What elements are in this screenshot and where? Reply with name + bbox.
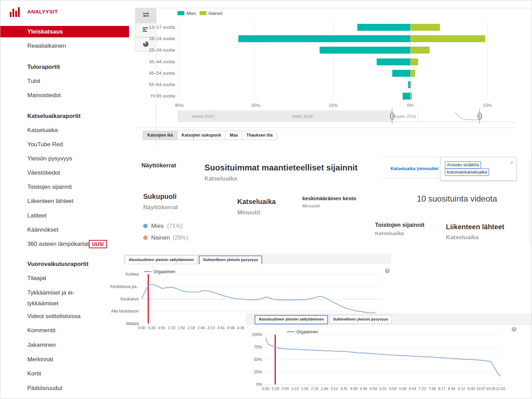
tab-tilauksen-tila[interactable]: Tilauksen tila [242, 131, 277, 140]
tab-katsojien-ik-[interactable]: Katsojien ikä [143, 131, 177, 140]
x-axis-label: 4:36 [237, 326, 244, 330]
x-axis-label: 9:12 [458, 387, 465, 391]
bar-mies[interactable] [357, 24, 410, 31]
legend-label-mies: Mies [186, 11, 196, 16]
x-axis-tick: 0% [407, 103, 414, 108]
gender-pct-mies: (71%) [167, 223, 183, 230]
x-axis-label: 4:36 [360, 387, 367, 391]
geo-tile-subtitle: Katseluaika [204, 175, 237, 182]
category-label: 13–17 vuotta [134, 25, 175, 30]
sidebar-item-kortit[interactable]: Kortit [0, 368, 129, 379]
x-axis-label: 1:23 [168, 326, 175, 330]
x-gridline [487, 20, 488, 101]
sidebar-item-v-est-tiedot[interactable]: Väestötiedot [0, 167, 129, 178]
timeline-month-label: maalis 2018 [392, 114, 416, 119]
y-axis-label: Alle keskitason [104, 309, 139, 314]
sidebar-item-yleis-n-pysyvyys[interactable]: Yleisön pysyvyys [0, 153, 129, 164]
x-axis-label: 10:35 [486, 387, 496, 391]
watchtime-minutes-link[interactable]: Katseluaika (minuutteina) [391, 166, 445, 171]
x-axis-label: 3:13 [330, 387, 338, 391]
x-axis-label: 3:13 [207, 326, 214, 330]
bar-nainen[interactable] [411, 81, 411, 88]
x-axis-label: 3:41 [217, 326, 224, 330]
tooltip-text-line1: Arvioitu sisältösi [445, 161, 481, 169]
sidebar-item-liikenteen-l-hteet[interactable]: Liikenteen lähteet [0, 196, 129, 206]
y-axis-label: Matala [104, 321, 139, 326]
sidebar-item-youtube-red[interactable]: YouTube Red [0, 139, 129, 150]
legend-swatch-nainen [200, 11, 207, 15]
bar-nainen[interactable] [411, 58, 418, 65]
bar-nainen[interactable] [411, 70, 415, 77]
x-axis-label: 0:00 [262, 387, 269, 391]
bar-mies[interactable] [320, 47, 410, 54]
x-axis-label: 7:49 [428, 387, 435, 391]
bar-mies[interactable] [392, 70, 410, 77]
gender-label-nainen: Nainen [151, 234, 170, 241]
bar-nainen[interactable] [411, 93, 412, 100]
help-icon[interactable]: ? [385, 268, 390, 273]
x-axis-label: 6:26 [399, 387, 406, 391]
x-axis-label: 8:17 [438, 387, 446, 391]
sidebar-item-kommentit[interactable]: Kommentit [0, 325, 129, 336]
tab-suhteellinen-yleis-n-pysyvyys[interactable]: Suhteellinen yleisön pysyvyys [199, 256, 262, 265]
y-axis-label: 100% [228, 332, 262, 337]
x-axis-label: 0:55 [158, 326, 165, 330]
tab-suhteellinen-yleis-n-pysyvyys[interactable]: Suhteellinen yleisön pysyvyys [329, 315, 392, 324]
sidebar-item-katseluaika[interactable]: Katseluaika [0, 125, 129, 136]
tab-absoluuttinen-yleis-n-s-ilytt-minen[interactable]: Absoluuttinen yleisön säilyttäminen [125, 256, 198, 264]
help-icon[interactable]: ? [512, 327, 516, 332]
tab-maa[interactable]: Maa [225, 131, 242, 140]
legend-line-swatch [144, 271, 152, 272]
sidebar-item-tulot[interactable]: Tulot [0, 76, 129, 86]
geo-tile-title: Suosituimmat maantieteelliset sijainnit [204, 163, 358, 173]
gender-pct-nainen: (29%) [173, 234, 188, 241]
avg-duration-tile-title: keskimääräinen kesto [302, 195, 356, 201]
tooltip-text-line2: kokonaiskatseluaika [445, 168, 489, 176]
x-gridline [256, 20, 256, 101]
bar-mies[interactable] [377, 58, 410, 65]
bar-mies[interactable] [238, 35, 410, 42]
tab-absoluuttinen-yleis-n-s-ilytt-minen[interactable]: Absoluuttinen yleisön säilyttäminen [255, 315, 328, 324]
sidebar-item-p-t-sruudut[interactable]: Päätösruudut [0, 383, 129, 393]
app-title: ANALYYSIT [27, 9, 58, 15]
gender-tile-subtitle: Näyttökerrat [143, 204, 178, 211]
timeline-separator [314, 110, 315, 122]
close-icon[interactable]: × [510, 160, 513, 165]
x-axis-label: 8:44 [448, 387, 455, 391]
sidebar-item-360-asteen-l-mp-kartat[interactable]: 360 asteen lämpökartat [0, 239, 129, 249]
x-axis-label: 1:23 [291, 387, 299, 391]
bar-nainen[interactable] [411, 47, 430, 54]
x-axis-label: 0:28 [148, 326, 155, 330]
timeline-slider-handle[interactable] [478, 113, 482, 120]
tab-katsojien-sukupuoli[interactable]: Katsojien sukupuoli [177, 131, 226, 140]
bar-nainen[interactable] [411, 24, 440, 31]
chart-type-overview-button[interactable] [135, 8, 156, 23]
sidebar-item-tuloraportit: Tuloraportit [0, 62, 129, 72]
bar-mies[interactable] [403, 93, 410, 100]
analytics-logo-icon [10, 6, 21, 18]
sidebar-item-laitteet[interactable]: Laitteet [0, 210, 129, 221]
sidebar-item-tykk-miset-ja-ei-tykk-miset[interactable]: Tykkäämiset ja ei-tykkäämiset [0, 287, 104, 309]
bar-mies[interactable] [408, 81, 410, 88]
sidebar-item-k-nn-kset[interactable]: Käännökset [0, 224, 129, 235]
x-axis-label: 4:08 [350, 387, 357, 391]
sidebar-item-mainostiedot[interactable]: Mainostiedot [0, 90, 129, 101]
x-axis-tick: 15% [483, 103, 492, 108]
gender-dot-nainen [143, 235, 148, 240]
y-axis-label: Korkea [104, 272, 139, 277]
sidebar-item-yleiskatsaus[interactable]: Yleiskatsaus [0, 26, 129, 37]
sidebar-item-jakaminen[interactable]: Jakaminen [0, 340, 129, 350]
watchtime-tile-title: Katseluaika [237, 198, 276, 206]
timeline-slider-handle[interactable] [390, 113, 394, 120]
tabs-divider [135, 128, 516, 128]
sidebar-item-toistojen-sijainnit[interactable]: Toistojen sijainnit [0, 182, 129, 192]
sidebar-item-reaaliaikainen[interactable]: Reaaliaikainen [0, 40, 129, 51]
traffic-sources-title: Liikenteen lähteet [446, 223, 504, 231]
retention2-tab-bar: Absoluuttinen yleisön säilyttäminenSuhte… [253, 315, 392, 324]
category-label: Yli 65 vuotta [134, 93, 175, 99]
new-badge: UUSI [89, 240, 107, 248]
timeline-sparkline [453, 111, 480, 121]
sidebar-item-merkinn-t[interactable]: Merkinnät [0, 354, 129, 365]
scorecard-icon [143, 12, 149, 19]
bar-nainen[interactable] [411, 35, 485, 42]
